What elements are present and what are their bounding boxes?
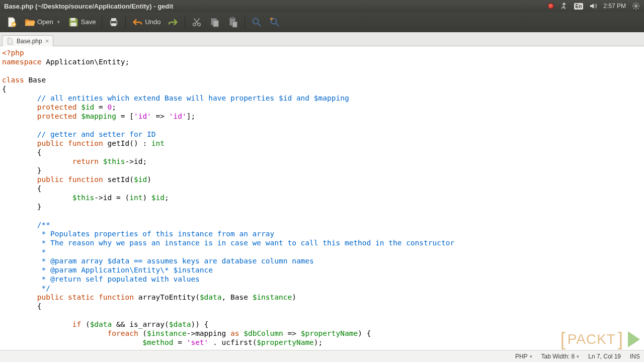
new-file-button[interactable]	[3, 15, 20, 30]
undo-button[interactable]: Undo	[129, 15, 164, 30]
chevron-down-icon: ▼	[56, 20, 61, 25]
code-editor[interactable]: <?php namespace Application\Entity; clas…	[0, 46, 644, 348]
main-toolbar: Open ▼ Save Undo	[0, 12, 644, 32]
tab-label: Base.php	[17, 38, 42, 45]
print-button[interactable]	[105, 15, 122, 30]
play-icon	[628, 331, 640, 347]
svg-rect-5	[112, 18, 116, 21]
record-icon[interactable]	[548, 3, 554, 9]
close-icon[interactable]: ×	[45, 37, 49, 45]
status-bar: PHP Tab Width: 8 Ln 7, Col 19 INS	[0, 350, 644, 362]
cursor-position: Ln 7, Col 19	[588, 353, 621, 360]
redo-button[interactable]	[165, 15, 182, 30]
svg-rect-2	[70, 18, 75, 21]
copy-button[interactable]	[206, 15, 223, 30]
svg-point-0	[635, 5, 637, 7]
find-replace-button[interactable]	[266, 15, 283, 30]
find-button[interactable]	[248, 15, 265, 30]
keyboard-layout-indicator[interactable]: En	[574, 3, 584, 10]
file-icon	[7, 38, 14, 45]
cut-button[interactable]	[188, 15, 205, 30]
network-icon[interactable]	[560, 2, 568, 10]
tab-base-php[interactable]: Base.php ×	[2, 35, 53, 46]
settings-gear-icon[interactable]	[632, 2, 640, 10]
insert-mode-indicator[interactable]: INS	[630, 353, 640, 360]
sound-icon[interactable]	[589, 2, 597, 10]
open-button[interactable]: Open ▼	[21, 15, 64, 30]
undo-label: Undo	[145, 18, 160, 26]
tab-width-selector[interactable]: Tab Width: 8	[541, 353, 580, 360]
svg-point-14	[253, 18, 259, 24]
svg-rect-6	[112, 23, 116, 26]
save-button[interactable]: Save	[65, 15, 99, 30]
open-label: Open	[37, 18, 53, 26]
svg-rect-10	[213, 20, 219, 27]
clock[interactable]: 2:57 PM	[603, 3, 626, 10]
svg-rect-3	[70, 22, 76, 26]
save-label: Save	[81, 18, 96, 26]
document-tabbar: Base.php ×	[0, 32, 644, 46]
svg-rect-12	[231, 17, 234, 19]
window-titlebar: Base.php (~/Desktop/source/Application/E…	[0, 0, 644, 12]
svg-rect-13	[233, 22, 237, 27]
window-title: Base.php (~/Desktop/source/Application/E…	[4, 3, 548, 10]
language-mode-selector[interactable]: PHP	[515, 353, 532, 360]
packt-watermark: [ PACKT ]	[560, 329, 640, 350]
paste-button[interactable]	[224, 15, 242, 30]
